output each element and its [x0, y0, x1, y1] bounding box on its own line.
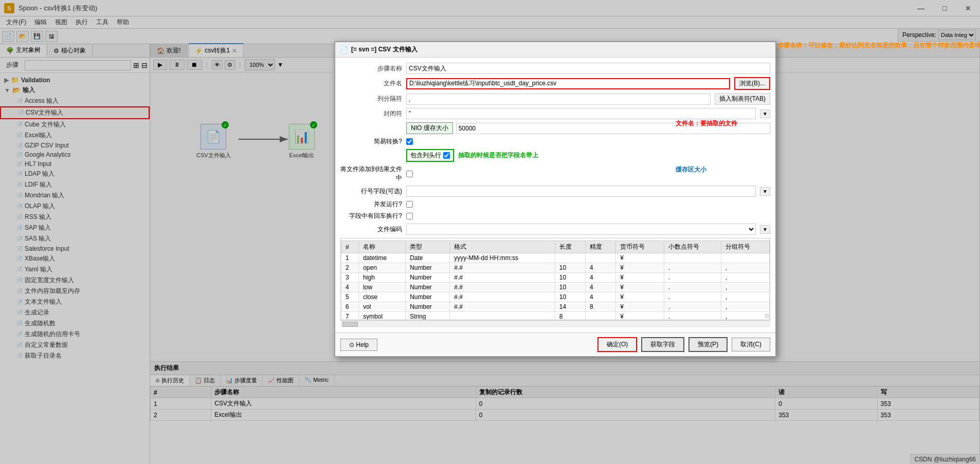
col-precision: 精度: [585, 241, 615, 253]
table-data-row: 1datetimeDateyyyy-MM-dd HH:mm:ss¥: [341, 253, 770, 263]
encoding-label: 文件编码: [340, 225, 402, 234]
cell-type: String: [406, 312, 450, 321]
cell-decimal: .: [664, 273, 721, 283]
cell-format: #.#: [450, 283, 555, 292]
help-button[interactable]: ⊙ Help: [340, 339, 377, 351]
cell-grouping: ,: [721, 273, 770, 283]
add-result-checkbox[interactable]: [406, 171, 413, 177]
enclosure-input[interactable]: [406, 108, 756, 119]
cell-num: 7: [341, 312, 359, 321]
add-result-label: 将文件添加到结果文件中: [340, 165, 402, 182]
cell-name: datetime: [359, 253, 406, 263]
cell-grouping: ,: [721, 302, 770, 312]
include-header-box: 包含列头行: [406, 149, 454, 162]
cell-grouping: ,: [721, 263, 770, 273]
step-name-row: 步骤名称: [340, 63, 770, 74]
cancel-button[interactable]: 取消(C): [732, 338, 770, 351]
cell-currency: ¥: [616, 312, 664, 321]
annotation-include: 抽取的时候是否把字段名带上: [458, 151, 538, 160]
encoding-extra-btn[interactable]: ▼: [760, 225, 770, 234]
row-field-input[interactable]: [406, 185, 756, 197]
simple-convert-checkbox[interactable]: [406, 138, 413, 145]
cell-precision: 4: [585, 273, 615, 283]
filename-input[interactable]: [406, 78, 730, 89]
cell-format: #.#: [450, 273, 555, 283]
cell-decimal: .: [664, 302, 721, 312]
cell-length: 8: [555, 312, 585, 321]
col-type: 类型: [406, 241, 450, 253]
include-header-row: 包含列头行 抽取的时候是否把字段名带上: [340, 149, 770, 162]
filename-row: 文件名 浏览(B)...: [340, 77, 770, 90]
cell-name: vol: [359, 302, 406, 312]
cell-format: #.#: [450, 302, 555, 312]
encoding-row: 文件编码 UTF-8 GBK ▼: [340, 224, 770, 235]
col-hash: #: [341, 241, 359, 253]
row-field-row: 行号字段(可选) ▼: [340, 185, 770, 197]
preview-button[interactable]: 预览(P): [688, 337, 728, 352]
cell-name: symbol: [359, 312, 406, 321]
cell-currency: ¥: [616, 283, 664, 292]
cell-format: #.#: [450, 263, 555, 273]
cell-type: Number: [406, 302, 450, 312]
cell-currency: ¥: [616, 263, 664, 273]
table-data-row: 6volNumber#.#148¥.,: [341, 302, 770, 312]
table-data-row: 3highNumber#.#104¥.,: [341, 273, 770, 283]
cell-decimal: .: [664, 283, 721, 292]
cell-length: 10: [555, 292, 585, 302]
enclosure-dropdown[interactable]: ▼: [760, 109, 770, 118]
cell-length: [555, 253, 585, 263]
cell-decimal: [664, 253, 721, 263]
table-data-row: 7symbolString8¥.,: [341, 312, 770, 321]
confirm-button[interactable]: 确定(O): [597, 337, 637, 352]
dialog-title-text: [= svn =] CSV 文件输入: [351, 45, 418, 54]
parallel-row: 并发运行?: [340, 200, 770, 209]
row-field-dropdown[interactable]: ▼: [760, 187, 770, 196]
cell-format: [450, 312, 555, 321]
simple-convert-label: 简易转换?: [340, 137, 402, 146]
newline-row: 字段中有回车换行?: [340, 212, 770, 220]
cell-num: 6: [341, 302, 359, 312]
cell-decimal: .: [664, 263, 721, 273]
horizontal-scrollbar[interactable]: [340, 320, 770, 327]
cell-grouping: [721, 253, 770, 263]
include-header-checkbox[interactable]: [443, 152, 450, 159]
annotation-step-name: 步骤名称：可以修改，最好达到见名知意的效果，且在整个转换范围内是唯一的: [777, 41, 980, 50]
get-fields-button[interactable]: 获取字段: [641, 337, 684, 352]
cell-precision: 8: [585, 302, 615, 312]
row-field-label: 行号字段(可选): [340, 187, 402, 196]
cell-currency: ¥: [616, 253, 664, 263]
dialog-title-icon: 📄: [340, 46, 348, 53]
cell-grouping: ,: [721, 312, 770, 321]
fields-table: # 名称 类型 格式 长度 精度 货币符号 小数点符号 分组符号 1dateti…: [341, 240, 770, 320]
cell-currency: ¥: [616, 302, 664, 312]
cell-num: 4: [341, 283, 359, 292]
step-name-input[interactable]: [406, 63, 770, 74]
col-name: 名称: [359, 241, 406, 253]
cell-currency: ¥: [616, 273, 664, 283]
cell-num: 1: [341, 253, 359, 263]
table-data-row: 2openNumber#.#104¥.,: [341, 263, 770, 273]
insert-tab-btn[interactable]: 插入制表符(TAB): [715, 93, 770, 105]
simple-convert-row: 简易转换?: [340, 137, 770, 146]
table-resize-icon[interactable]: ⊡: [765, 313, 769, 319]
cell-precision: 4: [585, 283, 615, 292]
step-name-label: 步骤名称: [340, 64, 402, 73]
cell-type: Number: [406, 292, 450, 302]
annotation-buffer-text: 缓存区大小: [676, 166, 706, 173]
include-header-container: 包含列头行 抽取的时候是否把字段名带上: [406, 149, 770, 162]
browse-button[interactable]: 浏览(B)...: [734, 77, 770, 90]
cell-currency: ¥: [616, 292, 664, 302]
scrollbar-thumb[interactable]: [342, 322, 358, 327]
cell-precision: [585, 312, 615, 321]
table-data-row: 4lowNumber#.#104¥.,: [341, 283, 770, 292]
newline-checkbox[interactable]: [406, 213, 413, 219]
cell-length: 10: [555, 263, 585, 273]
parallel-checkbox[interactable]: [406, 201, 413, 208]
cell-name: open: [359, 263, 406, 273]
cell-length: 14: [555, 302, 585, 312]
encoding-select[interactable]: UTF-8 GBK: [406, 224, 756, 235]
cell-num: 2: [341, 263, 359, 273]
delimiter-input[interactable]: [406, 94, 711, 105]
table-data-row: 5closeNumber#.#104¥.,: [341, 292, 770, 302]
cell-type: Number: [406, 273, 450, 283]
